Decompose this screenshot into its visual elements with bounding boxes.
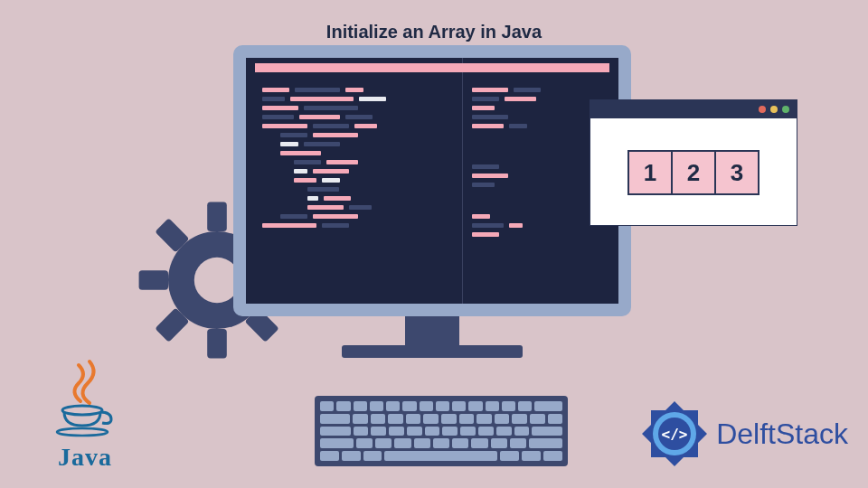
svg-rect-3: [139, 270, 168, 290]
delftstack-logo-text: DelftStack: [716, 418, 848, 451]
monitor-frame: [233, 45, 631, 316]
monitor-stand-neck: [405, 316, 459, 347]
svg-rect-2: [207, 329, 227, 358]
keyboard-illustration: [315, 396, 568, 466]
popup-titlebar: [590, 100, 797, 118]
screen-titlebar: [255, 63, 609, 72]
java-cup-icon: [53, 358, 117, 439]
delftstack-icon: </>: [638, 398, 711, 470]
svg-point-10: [62, 406, 102, 415]
window-dot-red: [759, 106, 766, 113]
svg-rect-1: [207, 202, 227, 231]
array-cell: 2: [671, 150, 716, 195]
array-popup-window: 1 2 3: [590, 99, 797, 226]
code-pane-left: [246, 58, 462, 304]
page-title: Initialize an Array in Java: [0, 22, 868, 42]
window-dot-green: [782, 106, 789, 113]
delftstack-logo: </> DelftStack: [638, 398, 848, 470]
array-cell: 1: [627, 150, 673, 195]
java-logo: Java: [31, 358, 139, 472]
svg-point-11: [57, 428, 108, 436]
monitor-screen: [246, 58, 618, 304]
array-cells: 1 2 3: [590, 118, 797, 227]
array-cell: 3: [714, 150, 760, 195]
svg-text:</>: </>: [662, 426, 688, 443]
monitor-illustration: [233, 45, 631, 352]
java-logo-text: Java: [31, 443, 139, 472]
monitor-stand-base: [342, 345, 523, 358]
window-dot-yellow: [770, 106, 778, 113]
